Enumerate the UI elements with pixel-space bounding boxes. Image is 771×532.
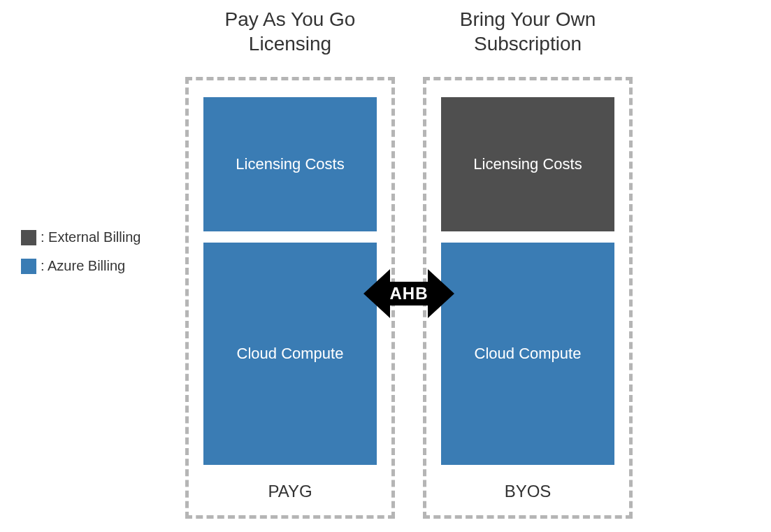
legend-row-external: : External Billing — [21, 229, 140, 245]
byos-container: Licensing Costs Cloud Compute BYOS — [423, 77, 633, 519]
byos-abbr: BYOS — [426, 482, 629, 501]
payg-licensing-label: Licensing Costs — [236, 155, 344, 173]
title-byos: Bring Your Own Subscription — [426, 7, 629, 56]
ahb-label: AHB — [390, 284, 428, 303]
swatch-external-icon — [21, 230, 36, 245]
byos-licensing-block: Licensing Costs — [441, 97, 614, 231]
legend-external-label: : External Billing — [41, 229, 140, 245]
legend-row-azure: : Azure Billing — [21, 258, 140, 274]
legend: : External Billing : Azure Billing — [21, 229, 140, 287]
swatch-azure-icon — [21, 259, 36, 274]
payg-compute-label: Cloud Compute — [237, 345, 344, 363]
byos-compute-label: Cloud Compute — [475, 345, 582, 363]
ahb-arrow: AHB — [363, 266, 454, 322]
byos-compute-block: Cloud Compute — [441, 243, 614, 465]
byos-licensing-label: Licensing Costs — [473, 155, 582, 173]
payg-abbr: PAYG — [189, 482, 391, 501]
payg-compute-block: Cloud Compute — [203, 243, 377, 465]
legend-azure-label: : Azure Billing — [41, 258, 125, 274]
payg-licensing-block: Licensing Costs — [203, 97, 377, 231]
title-payg: Pay As You Go Licensing — [189, 7, 391, 56]
